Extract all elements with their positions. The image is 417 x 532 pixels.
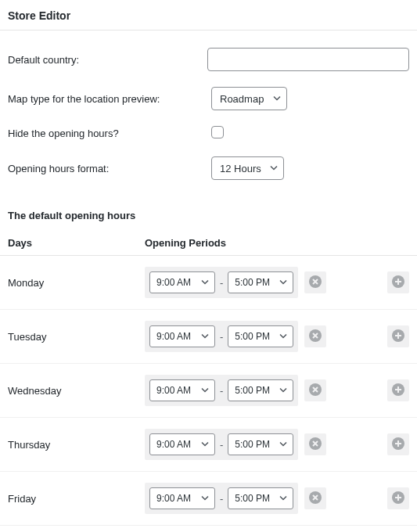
- plus-circle-icon: [391, 383, 405, 399]
- hours-table-header: Days Opening Periods: [0, 231, 417, 256]
- control-hide-hours: [211, 126, 409, 141]
- add-period-button[interactable]: [387, 487, 409, 509]
- time-separator: -: [215, 493, 228, 505]
- periods-cell: 9:00 AM-5:00 PM: [145, 267, 409, 298]
- close-circle-icon: [308, 491, 322, 507]
- time-period: 9:00 AM-5:00 PM: [145, 267, 298, 298]
- close-circle-icon: [308, 437, 322, 453]
- label-default-country: Default country:: [8, 54, 207, 66]
- hours-section-title: The default opening hours: [0, 203, 417, 231]
- hours-row: Thursday9:00 AM-5:00 PM: [0, 418, 417, 472]
- day-name: Wednesday: [8, 385, 145, 397]
- map-type-select[interactable]: Roadmap: [211, 87, 287, 110]
- row-default-country: Default country:: [8, 40, 409, 79]
- periods-cell: 9:00 AM-5:00 PM: [145, 429, 409, 460]
- time-period: 9:00 AM-5:00 PM: [145, 321, 298, 352]
- row-map-type: Map type for the location preview: Roadm…: [8, 79, 409, 118]
- control-hours-format: 12 Hours: [211, 156, 409, 180]
- open-time-select[interactable]: 9:00 AM: [149, 487, 215, 509]
- control-map-type: Roadmap: [211, 87, 409, 110]
- day-name: Tuesday: [8, 331, 145, 343]
- periods-cell: 9:00 AM-5:00 PM: [145, 321, 409, 352]
- open-time-select[interactable]: 9:00 AM: [149, 271, 215, 293]
- time-period: 9:00 AM-5:00 PM: [145, 483, 298, 514]
- close-time-select[interactable]: 5:00 PM: [228, 487, 293, 509]
- remove-period-button[interactable]: [304, 487, 326, 509]
- hours-row: Wednesday9:00 AM-5:00 PM: [0, 364, 417, 418]
- close-time-select[interactable]: 5:00 PM: [228, 271, 293, 293]
- open-time-select[interactable]: 9:00 AM: [149, 379, 215, 401]
- hours-row: Monday9:00 AM-5:00 PM: [0, 256, 417, 310]
- close-time-select[interactable]: 5:00 PM: [228, 433, 293, 455]
- periods-cell: 9:00 AM-5:00 PM: [145, 375, 409, 406]
- close-circle-icon: [308, 329, 322, 345]
- remove-period-button[interactable]: [304, 433, 326, 455]
- plus-circle-icon: [391, 329, 405, 345]
- open-time-select[interactable]: 9:00 AM: [149, 325, 215, 347]
- plus-circle-icon: [391, 275, 405, 291]
- time-separator: -: [215, 385, 228, 397]
- time-period: 9:00 AM-5:00 PM: [145, 375, 298, 406]
- close-circle-icon: [308, 275, 322, 291]
- time-separator: -: [215, 331, 228, 343]
- label-hide-hours: Hide the opening hours?: [8, 128, 211, 139]
- column-days: Days: [8, 237, 145, 249]
- add-period-button[interactable]: [387, 433, 409, 455]
- remove-period-button[interactable]: [304, 325, 326, 347]
- settings-form: Default country: Map type for the locati…: [0, 31, 417, 203]
- day-name: Monday: [8, 277, 145, 289]
- close-time-select[interactable]: 5:00 PM: [228, 379, 293, 401]
- hours-row: SaturdayClosed: [0, 526, 417, 532]
- add-period-button[interactable]: [387, 325, 409, 347]
- add-period-button[interactable]: [387, 379, 409, 401]
- row-hide-hours: Hide the opening hours?: [8, 118, 409, 149]
- hours-table-body: Monday9:00 AM-5:00 PMTuesday9:00 AM-5:00…: [0, 256, 417, 532]
- default-country-input[interactable]: [207, 48, 409, 71]
- close-circle-icon: [308, 383, 322, 399]
- time-separator: -: [215, 439, 228, 451]
- row-hours-format: Opening hours format: 12 Hours: [8, 149, 409, 188]
- column-periods: Opening Periods: [145, 237, 226, 249]
- control-default-country: [207, 48, 409, 71]
- label-map-type: Map type for the location preview:: [8, 93, 211, 105]
- periods-cell: 9:00 AM-5:00 PM: [145, 483, 409, 514]
- hours-format-select[interactable]: 12 Hours: [211, 156, 284, 180]
- hours-row: Tuesday9:00 AM-5:00 PM: [0, 310, 417, 364]
- plus-circle-icon: [391, 437, 405, 453]
- close-time-select[interactable]: 5:00 PM: [228, 325, 293, 347]
- label-hours-format: Opening hours format:: [8, 163, 211, 174]
- hours-row: Friday9:00 AM-5:00 PM: [0, 472, 417, 526]
- time-separator: -: [215, 277, 228, 289]
- add-period-button[interactable]: [387, 271, 409, 293]
- plus-circle-icon: [391, 491, 405, 507]
- section-title: Store Editor: [0, 0, 417, 31]
- day-name: Thursday: [8, 439, 145, 451]
- remove-period-button[interactable]: [304, 379, 326, 401]
- remove-period-button[interactable]: [304, 271, 326, 293]
- open-time-select[interactable]: 9:00 AM: [149, 433, 215, 455]
- hide-hours-checkbox[interactable]: [211, 126, 224, 138]
- day-name: Friday: [8, 493, 145, 505]
- time-period: 9:00 AM-5:00 PM: [145, 429, 298, 460]
